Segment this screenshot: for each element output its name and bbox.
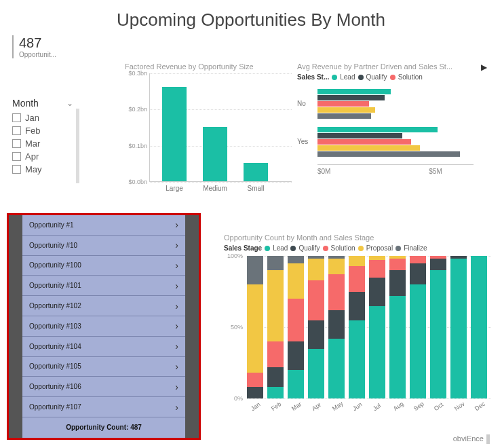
- segment-finalize[interactable]: [267, 256, 284, 270]
- hbar-no-lead[interactable]: [317, 89, 391, 94]
- stacked-opportunity-chart[interactable]: Opportunity Count by Month and Sales Sta…: [224, 234, 495, 430]
- segment-lead[interactable]: [410, 284, 426, 398]
- chevron-right-icon[interactable]: ›: [175, 280, 178, 291]
- hbar-yes-solution[interactable]: [317, 139, 411, 145]
- segment-solution[interactable]: [349, 266, 365, 292]
- segment-finalize[interactable]: [247, 256, 263, 284]
- bar-small[interactable]: [244, 163, 268, 181]
- segment-solution[interactable]: [410, 256, 426, 263]
- chevron-right-icon[interactable]: ›: [175, 361, 178, 372]
- column-oct[interactable]: [430, 256, 446, 398]
- hbar-yes-proposal[interactable]: [317, 145, 420, 151]
- column-aug[interactable]: [389, 256, 406, 398]
- list-item[interactable]: Opportunity #106›: [22, 377, 185, 397]
- column-jan[interactable]: [247, 256, 263, 398]
- hbar-yes-lead[interactable]: [317, 127, 438, 132]
- segment-solution[interactable]: [247, 373, 263, 387]
- segment-qualify[interactable]: [288, 341, 304, 370]
- hbar-no-solution[interactable]: [317, 101, 369, 107]
- column-may[interactable]: [328, 256, 345, 398]
- opportunity-list-visual[interactable]: Opportunity #1›Opportunity #10›Opportuni…: [7, 213, 201, 440]
- segment-lead[interactable]: [450, 259, 467, 398]
- list-item[interactable]: Opportunity #102›: [22, 296, 185, 316]
- segment-proposal[interactable]: [389, 256, 406, 259]
- segment-lead[interactable]: [389, 296, 406, 398]
- bar-large[interactable]: [162, 87, 187, 181]
- checkbox-icon[interactable]: [12, 126, 21, 135]
- segment-proposal[interactable]: [349, 256, 365, 266]
- list-item[interactable]: Opportunity #100›: [22, 256, 185, 276]
- chevron-right-icon[interactable]: ›: [175, 402, 178, 413]
- hbar-yes-finalize[interactable]: [317, 151, 460, 157]
- segment-proposal[interactable]: [328, 259, 345, 274]
- slicer-item-feb[interactable]: Feb: [12, 126, 73, 136]
- list-item[interactable]: Opportunity #104›: [22, 337, 185, 357]
- segment-lead[interactable]: [369, 306, 385, 399]
- segment-qualify[interactable]: [430, 259, 446, 270]
- segment-proposal[interactable]: [369, 256, 385, 260]
- segment-proposal[interactable]: [288, 263, 304, 299]
- slicer-item-may[interactable]: May: [12, 164, 73, 174]
- segment-lead[interactable]: [328, 339, 345, 398]
- checkbox-icon[interactable]: [12, 113, 21, 122]
- segment-proposal[interactable]: [267, 270, 284, 341]
- column-apr[interactable]: [308, 256, 324, 398]
- segment-qualify[interactable]: [308, 320, 324, 349]
- column-jun[interactable]: [349, 256, 365, 398]
- list-item[interactable]: Opportunity #1›: [22, 215, 185, 236]
- chevron-down-icon[interactable]: ⌄: [66, 98, 73, 108]
- segment-lead[interactable]: [308, 349, 324, 399]
- segment-solution[interactable]: [369, 260, 385, 277]
- chevron-right-icon[interactable]: ›: [175, 240, 178, 250]
- hbar-no-finalize[interactable]: [317, 113, 371, 119]
- hbar-yes-qualify[interactable]: [317, 133, 402, 138]
- segment-proposal[interactable]: [247, 284, 263, 373]
- checkbox-icon[interactable]: [12, 152, 21, 161]
- list-item[interactable]: Opportunity #107›: [22, 397, 185, 417]
- segment-qualify[interactable]: [247, 387, 263, 398]
- slicer-item-mar[interactable]: Mar: [12, 138, 73, 149]
- hbar-no-proposal[interactable]: [317, 107, 375, 113]
- segment-finalize[interactable]: [308, 256, 324, 259]
- segment-lead[interactable]: [430, 270, 446, 398]
- segment-qualify[interactable]: [328, 310, 345, 339]
- segment-qualify[interactable]: [410, 263, 426, 285]
- slicer-item-apr[interactable]: Apr: [12, 151, 73, 162]
- avg-revenue-chart[interactable]: Avg Revenue by Partner Driven and Sales …: [297, 62, 487, 198]
- segment-lead[interactable]: [267, 387, 284, 398]
- chevron-right-icon[interactable]: ›: [175, 260, 178, 271]
- segment-proposal[interactable]: [308, 259, 324, 280]
- column-sep[interactable]: [410, 256, 426, 398]
- segment-finalize[interactable]: [288, 256, 304, 263]
- hbar-no-qualify[interactable]: [317, 95, 385, 100]
- chevron-right-icon[interactable]: ›: [175, 320, 178, 331]
- list-item[interactable]: Opportunity #10›: [22, 236, 185, 256]
- segment-solution[interactable]: [430, 256, 446, 259]
- checkbox-icon[interactable]: [12, 165, 21, 174]
- segment-solution[interactable]: [308, 280, 324, 320]
- chevron-right-icon[interactable]: ›: [175, 381, 178, 392]
- segment-solution[interactable]: [389, 259, 406, 270]
- segment-qualify[interactable]: [369, 278, 385, 306]
- segment-lead[interactable]: [471, 256, 487, 398]
- segment-finalize[interactable]: [328, 256, 345, 259]
- column-feb[interactable]: [267, 256, 284, 398]
- list-item[interactable]: Opportunity #103›: [22, 316, 185, 337]
- month-slicer[interactable]: Month ⌄ JanFebMarAprMay: [12, 98, 73, 177]
- chevron-right-icon[interactable]: ›: [175, 341, 178, 352]
- segment-solution[interactable]: [328, 274, 345, 310]
- segment-lead[interactable]: [288, 370, 304, 398]
- slicer-item-jan[interactable]: Jan: [12, 113, 73, 123]
- chevron-right-icon[interactable]: ›: [175, 219, 178, 230]
- segment-qualify[interactable]: [349, 292, 365, 320]
- legend-next-icon[interactable]: ▶: [481, 62, 487, 72]
- bar-medium[interactable]: [203, 127, 227, 181]
- chevron-right-icon[interactable]: ›: [175, 301, 178, 312]
- segment-solution[interactable]: [267, 341, 284, 367]
- column-nov[interactable]: [450, 256, 467, 398]
- list-item[interactable]: Opportunity #105›: [22, 357, 185, 377]
- column-dec[interactable]: [471, 256, 487, 398]
- segment-lead[interactable]: [349, 320, 365, 399]
- column-jul[interactable]: [369, 256, 385, 398]
- segment-qualify[interactable]: [389, 270, 406, 296]
